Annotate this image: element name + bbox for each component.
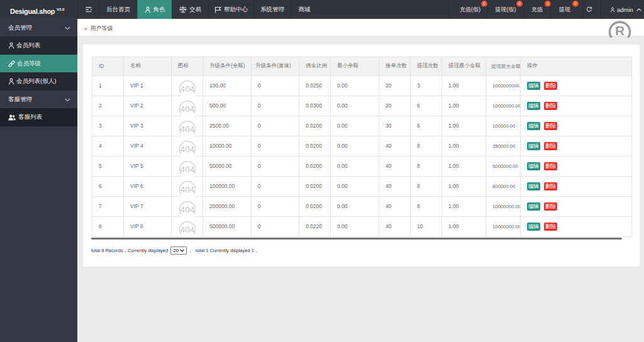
svg-text:404: 404 xyxy=(180,205,195,214)
svg-text:404: 404 xyxy=(180,165,195,174)
svg-text:404: 404 xyxy=(180,145,195,154)
svg-text:R: R xyxy=(615,23,625,38)
svg-text:404: 404 xyxy=(180,225,195,234)
svg-text:404: 404 xyxy=(180,185,195,194)
svg-text:404: 404 xyxy=(180,124,195,134)
svg-text:404: 404 xyxy=(180,104,195,114)
svg-text:404: 404 xyxy=(180,84,195,94)
